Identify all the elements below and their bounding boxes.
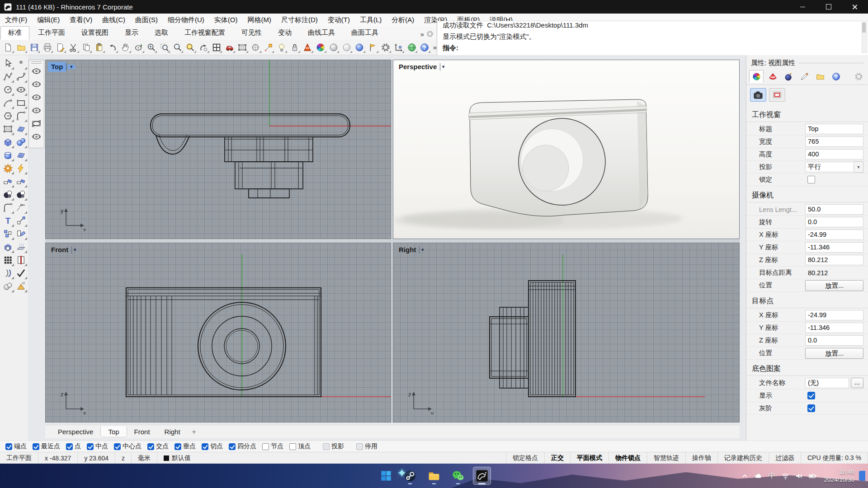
menu-item-10[interactable]: 工具(L) — [355, 14, 387, 26]
status-cell-10[interactable]: 智慧轨迹 — [647, 452, 686, 464]
osnap-checkbox-5[interactable] — [147, 443, 154, 450]
field-0-1[interactable]: 765 — [805, 136, 863, 147]
minimize-button[interactable] — [789, 0, 816, 14]
file-field-3-0[interactable]: (无) — [805, 378, 849, 388]
status-cell-5[interactable]: 默认值 — [157, 452, 506, 464]
menu-item-2[interactable]: 查看(V) — [65, 14, 97, 26]
status-cell-9[interactable]: 物件锁点 — [609, 452, 647, 464]
viewport-top[interactable]: Top ▼ y — [45, 60, 391, 239]
flag-cone-icon[interactable] — [367, 41, 379, 53]
pyramid-hand-icon[interactable] — [15, 280, 27, 292]
zoom-selected-icon[interactable] — [171, 41, 184, 53]
menu-item-1[interactable]: 编辑(E) — [32, 14, 65, 26]
osnap-checkbox-3[interactable] — [87, 443, 94, 450]
osnap-checkbox-4[interactable] — [114, 443, 121, 450]
rectangular-array-icon[interactable] — [2, 254, 14, 266]
viewport-perspective[interactable]: Perspective ▼ — [393, 60, 740, 239]
ellipse-center-icon[interactable] — [15, 84, 27, 96]
print-icon[interactable] — [41, 41, 53, 53]
zoom-window-icon[interactable] — [158, 41, 170, 53]
materials-tab[interactable] — [797, 70, 811, 82]
command-prompt[interactable]: 指令: — [437, 42, 868, 54]
annotate-leader-icon[interactable] — [263, 41, 275, 53]
check-mark-icon[interactable] — [15, 267, 27, 279]
status-cell-2[interactable]: y 23.604 — [78, 452, 115, 464]
viewport-tab-add-button[interactable]: + — [192, 428, 196, 436]
select-field-0-3[interactable]: 平行 — [805, 162, 854, 172]
menu-item-3[interactable]: 曲线(C) — [97, 14, 130, 26]
boolean-spheres-icon[interactable] — [2, 280, 14, 292]
field-1-3[interactable]: -11.346 — [805, 242, 863, 253]
camera-properties-button[interactable] — [750, 88, 766, 102]
viewport-front[interactable]: Front ▼ z x — [45, 243, 391, 422]
layers-tab[interactable] — [766, 70, 779, 82]
toolbar-tab-8[interactable]: 曲线工具 — [300, 26, 343, 40]
notification-chip[interactable] — [859, 471, 865, 481]
extrude-surface-icon[interactable] — [2, 241, 14, 253]
undo-view-change-icon[interactable] — [198, 41, 210, 53]
circle-center-icon[interactable] — [2, 84, 14, 96]
status-cell-8[interactable]: 平面模式 — [571, 452, 609, 464]
circle-axis-icon[interactable] — [250, 41, 262, 53]
car-icon[interactable] — [223, 41, 236, 53]
status-cell-11[interactable]: 操作轴 — [686, 452, 718, 464]
gear-settings-icon[interactable] — [380, 41, 392, 53]
save-file-icon[interactable] — [28, 41, 41, 53]
osnap-checkbox-9[interactable] — [262, 443, 269, 450]
viewport-layout-icon[interactable] — [211, 41, 223, 53]
viewport-tab-perspective[interactable]: Perspective — [51, 427, 100, 437]
ellipse-from-foci-icon[interactable] — [30, 91, 43, 104]
ghosted-sphere-icon[interactable] — [340, 41, 353, 53]
place-button-1-6[interactable]: 放置... — [805, 280, 863, 291]
viewport-right[interactable]: Right ▼ z y — [393, 243, 740, 422]
ellipse-dots-icon[interactable] — [30, 130, 43, 143]
start-button[interactable] — [377, 467, 395, 485]
flash-bolt-icon[interactable] — [15, 162, 27, 174]
toolbar-tab-9[interactable]: 曲面工具 — [344, 26, 386, 40]
status-cell-12[interactable]: 记录建构历史 — [718, 452, 769, 464]
toolbar-tab-3[interactable]: 显示 — [117, 26, 146, 40]
control-point-curve-icon[interactable] — [15, 70, 27, 83]
osnap-12[interactable]: 停用 — [356, 442, 377, 450]
offset-curve-icon[interactable] — [2, 267, 14, 279]
viewport-tab-top[interactable]: Top — [100, 426, 127, 437]
osnap-5[interactable]: 交点 — [147, 442, 169, 450]
viewport-tab-front[interactable]: Front — [127, 427, 157, 437]
surface-control-points-icon[interactable] — [2, 123, 14, 135]
osnap-11[interactable]: 投影 — [323, 442, 344, 450]
status-cell-0[interactable]: 工作平面 — [0, 452, 38, 464]
toolbar-overflow-chevrons[interactable]: » — [433, 43, 437, 51]
rhino-app-icon[interactable] — [473, 467, 491, 485]
osnap-6[interactable]: 垂点 — [175, 442, 196, 450]
status-cell-7[interactable]: 正交 — [545, 452, 571, 464]
status-cell-3[interactable]: z — [115, 452, 132, 464]
field-2-0[interactable]: -24.99 — [805, 310, 863, 320]
steam-app-icon[interactable] — [401, 467, 419, 485]
field-2-1[interactable]: -11.346 — [805, 323, 863, 333]
status-cell-13[interactable]: 过滤器 — [769, 452, 801, 464]
osnap-2[interactable]: 点 — [66, 442, 81, 450]
viewport-top-label[interactable]: Top ▼ — [48, 62, 75, 72]
toolbar-tab-1[interactable]: 工作平面 — [30, 26, 73, 40]
solid-spheres-icon[interactable] — [15, 136, 27, 148]
checkbox-3-1[interactable] — [807, 392, 815, 399]
edit-properties-icon[interactable] — [54, 41, 66, 53]
properties-tab[interactable] — [749, 70, 764, 83]
polygon-center-icon[interactable] — [2, 110, 14, 122]
shaded-sphere-icon[interactable] — [328, 41, 340, 53]
trim-icon[interactable] — [2, 175, 14, 188]
command-scrollbar[interactable] — [862, 22, 867, 53]
osnap-1[interactable]: 最近点 — [33, 442, 60, 450]
menu-item-4[interactable]: 曲面(S) — [130, 14, 163, 26]
color-wheel-icon[interactable] — [315, 41, 327, 53]
menu-item-5[interactable]: 细分物件(U) — [163, 14, 209, 26]
menu-item-6[interactable]: 实体(O) — [209, 14, 243, 26]
command-history-panel[interactable]: 成功读取文件 C:\Users\32218\Desktop\111.3dm显示模… — [437, 21, 868, 55]
mesh-surface-icon[interactable] — [15, 149, 27, 161]
section-icon[interactable] — [15, 254, 27, 266]
ellipse-corner-icon[interactable] — [30, 117, 43, 130]
field-1-4[interactable]: 80.212 — [805, 255, 863, 265]
select-chevron-icon[interactable]: ▾ — [854, 161, 863, 173]
onedrive-cloud-icon[interactable] — [752, 470, 764, 482]
fillet-curve-icon[interactable] — [2, 202, 14, 214]
